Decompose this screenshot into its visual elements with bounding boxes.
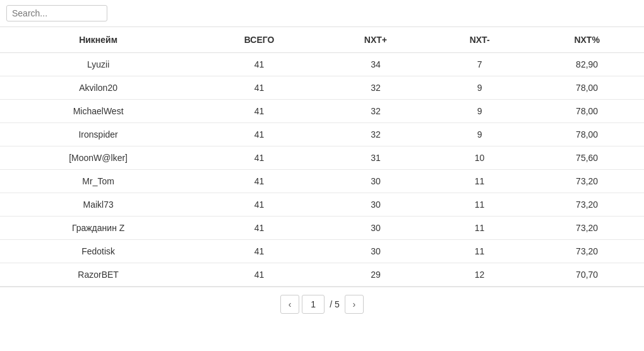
cell-total: 41	[196, 123, 322, 146]
cell-nxt_plus: 29	[322, 263, 429, 287]
cell-nxt_minus: 11	[429, 240, 530, 263]
prev-page-button[interactable]: ‹	[280, 295, 299, 314]
cell-nxt_plus: 31	[322, 146, 429, 170]
data-table: Никнейм ВСЕГО NXT+ NXT- NXT% Lyuzii41347…	[0, 27, 644, 287]
table-header-row: Никнейм ВСЕГО NXT+ NXT- NXT%	[0, 27, 644, 53]
cell-nickname: Mr_Tom	[0, 170, 196, 193]
cell-nxt_percent: 78,00	[530, 76, 644, 100]
table-container: Никнейм ВСЕГО NXT+ NXT- NXT% Lyuzii41347…	[0, 27, 644, 287]
cell-nxt_minus: 9	[429, 100, 530, 123]
cell-nxt_plus: 32	[322, 123, 429, 146]
cell-nickname: [MoonW@lker]	[0, 146, 196, 170]
col-header-nickname: Никнейм	[0, 27, 196, 53]
cell-nxt_percent: 73,20	[530, 170, 644, 193]
cell-nickname: Maikl73	[0, 193, 196, 217]
cell-total: 41	[196, 76, 322, 100]
cell-nxt_plus: 30	[322, 217, 429, 240]
col-header-nxt-minus: NXT-	[429, 27, 530, 53]
cell-nxt_percent: 78,00	[530, 123, 644, 146]
cell-total: 41	[196, 240, 322, 263]
table-row: Akvilon204132978,00	[0, 76, 644, 100]
table-row: Fedotisk41301173,20	[0, 240, 644, 263]
table-row: [MoonW@lker]41311075,60	[0, 146, 644, 170]
table-row: RazorBET41291270,70	[0, 263, 644, 287]
table-row: Lyuzii4134782,90	[0, 53, 644, 76]
table-row: Mr_Tom41301173,20	[0, 170, 644, 193]
pagination: ‹ / 5 ›	[0, 287, 644, 321]
cell-total: 41	[196, 53, 322, 76]
cell-nxt_plus: 34	[322, 53, 429, 76]
cell-nxt_minus: 10	[429, 146, 530, 170]
cell-total: 41	[196, 193, 322, 217]
cell-total: 41	[196, 170, 322, 193]
cell-nxt_minus: 11	[429, 193, 530, 217]
col-header-nxt-percent: NXT%	[530, 27, 644, 53]
cell-nxt_plus: 30	[322, 240, 429, 263]
cell-nickname: Akvilon20	[0, 76, 196, 100]
cell-nxt_percent: 78,00	[530, 100, 644, 123]
cell-nxt_plus: 32	[322, 76, 429, 100]
cell-nxt_percent: 75,60	[530, 146, 644, 170]
cell-nxt_minus: 12	[429, 263, 530, 287]
page-number-input[interactable]	[302, 295, 325, 314]
cell-total: 41	[196, 263, 322, 287]
cell-nxt_percent: 73,20	[530, 217, 644, 240]
cell-total: 41	[196, 146, 322, 170]
cell-nxt_minus: 11	[429, 170, 530, 193]
table-row: Maikl7341301173,20	[0, 193, 644, 217]
next-page-button[interactable]: ›	[345, 295, 364, 314]
cell-nickname: MichaelWest	[0, 100, 196, 123]
cell-nxt_minus: 9	[429, 123, 530, 146]
table-row: Гражданин Z41301173,20	[0, 217, 644, 240]
cell-nxt_percent: 82,90	[530, 53, 644, 76]
cell-nxt_plus: 30	[322, 170, 429, 193]
cell-total: 41	[196, 217, 322, 240]
cell-nxt_percent: 73,20	[530, 193, 644, 217]
table-row: MichaelWest4132978,00	[0, 100, 644, 123]
cell-nxt_minus: 9	[429, 76, 530, 100]
search-input[interactable]	[6, 5, 107, 21]
cell-nickname: Lyuzii	[0, 53, 196, 76]
cell-nxt_percent: 70,70	[530, 263, 644, 287]
total-pages-text: / 5	[327, 299, 342, 309]
cell-nxt_plus: 32	[322, 100, 429, 123]
cell-nxt_minus: 7	[429, 53, 530, 76]
cell-nxt_plus: 30	[322, 193, 429, 217]
cell-total: 41	[196, 100, 322, 123]
cell-nickname: Ironspider	[0, 123, 196, 146]
cell-nxt_percent: 73,20	[530, 240, 644, 263]
col-header-total: ВСЕГО	[196, 27, 322, 53]
search-container	[0, 0, 644, 27]
cell-nxt_minus: 11	[429, 217, 530, 240]
cell-nickname: Fedotisk	[0, 240, 196, 263]
col-header-nxt-plus: NXT+	[322, 27, 429, 53]
cell-nickname: Гражданин Z	[0, 217, 196, 240]
table-row: Ironspider4132978,00	[0, 123, 644, 146]
cell-nickname: RazorBET	[0, 263, 196, 287]
